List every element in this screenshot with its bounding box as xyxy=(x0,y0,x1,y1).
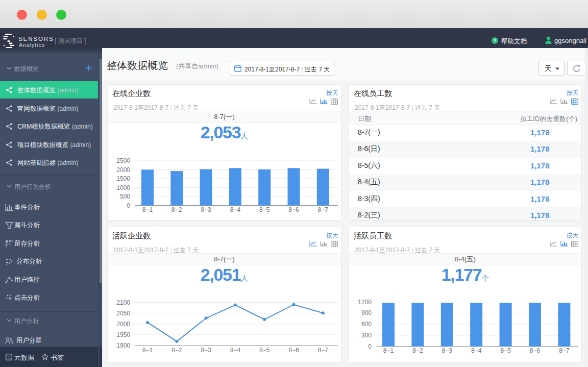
svg-text:8−1: 8−1 xyxy=(142,347,153,354)
svg-text:2500: 2500 xyxy=(116,157,130,164)
svg-text:8−7: 8−7 xyxy=(559,347,570,354)
svg-text:600: 600 xyxy=(361,321,372,328)
svg-text:1200: 1200 xyxy=(358,299,372,306)
svg-text:8−2: 8−2 xyxy=(172,206,182,213)
svg-text:1900: 1900 xyxy=(116,342,130,349)
svg-text:8−4: 8−4 xyxy=(471,347,482,354)
svg-text:8−4: 8−4 xyxy=(230,347,241,354)
svg-text:8−5: 8−5 xyxy=(259,206,270,213)
svg-text:8−2: 8−2 xyxy=(172,347,182,354)
svg-text:8−7: 8−7 xyxy=(318,206,329,213)
svg-text:2000: 2000 xyxy=(116,166,130,174)
svg-text:900: 900 xyxy=(361,309,372,316)
svg-text:8−1: 8−1 xyxy=(383,347,394,354)
svg-text:1000: 1000 xyxy=(116,184,130,191)
svg-text:8−6: 8−6 xyxy=(288,347,299,354)
svg-text:2000: 2000 xyxy=(116,321,130,328)
svg-text:300: 300 xyxy=(361,332,372,339)
svg-text:8−3: 8−3 xyxy=(201,347,211,354)
svg-text:8−1: 8−1 xyxy=(142,206,153,213)
svg-text:8−3: 8−3 xyxy=(201,206,211,213)
svg-text:500: 500 xyxy=(120,193,130,200)
svg-text:1950: 1950 xyxy=(116,331,130,338)
svg-text:1500: 1500 xyxy=(116,175,130,182)
svg-text:2100: 2100 xyxy=(116,299,130,306)
svg-text:0: 0 xyxy=(368,343,372,350)
svg-text:?: ? xyxy=(494,38,497,43)
svg-text:8−5: 8−5 xyxy=(500,347,511,354)
svg-text:8−2: 8−2 xyxy=(412,347,423,354)
svg-text:8−6: 8−6 xyxy=(530,347,541,354)
svg-text:2050: 2050 xyxy=(116,310,130,317)
svg-text:8−4: 8−4 xyxy=(230,206,241,213)
svg-text:8−6: 8−6 xyxy=(288,206,299,213)
svg-text:0: 0 xyxy=(127,202,130,209)
svg-text:8−7: 8−7 xyxy=(318,347,329,354)
svg-text:8−3: 8−3 xyxy=(442,347,453,354)
svg-text:8−5: 8−5 xyxy=(259,347,270,354)
